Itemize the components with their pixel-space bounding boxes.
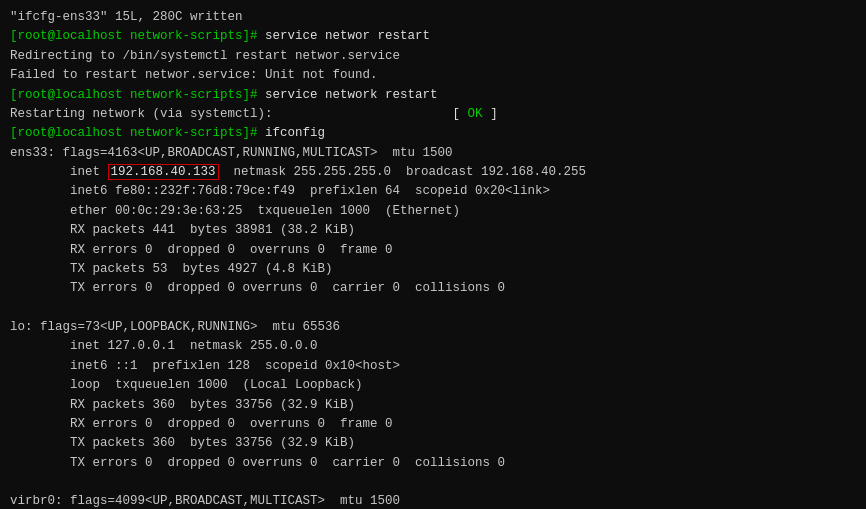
line-13: RX errors 0 dropped 0 overruns 0 frame 0 bbox=[10, 241, 856, 260]
line-inet: inet 192.168.40.133 netmask 255.255.255.… bbox=[10, 163, 856, 182]
line-14: TX packets 53 bytes 4927 (4.8 KiB) bbox=[10, 260, 856, 279]
line-24: TX errors 0 dropped 0 overruns 0 carrier… bbox=[10, 454, 856, 473]
line-3: Redirecting to /bin/systemctl restart ne… bbox=[10, 47, 856, 66]
line-20: loop txqueuelen 1000 (Local Loopback) bbox=[10, 376, 856, 395]
line-19: inet6 ::1 prefixlen 128 scopeid 0x10<hos… bbox=[10, 357, 856, 376]
line-7: [root@localhost network-scripts]# ifconf… bbox=[10, 124, 856, 143]
line-21: RX packets 360 bytes 33756 (32.9 KiB) bbox=[10, 396, 856, 415]
line-blank-1 bbox=[10, 299, 856, 318]
line-8: ens33: flags=4163<UP,BROADCAST,RUNNING,M… bbox=[10, 144, 856, 163]
line-23: TX packets 360 bytes 33756 (32.9 KiB) bbox=[10, 434, 856, 453]
line-17: lo: flags=73<UP,LOOPBACK,RUNNING> mtu 65… bbox=[10, 318, 856, 337]
line-blank-2 bbox=[10, 473, 856, 492]
line-18: inet 127.0.0.1 netmask 255.0.0.0 bbox=[10, 337, 856, 356]
line-1: "ifcfg-ens33" 15L, 280C written bbox=[10, 8, 856, 27]
line-5: [root@localhost network-scripts]# servic… bbox=[10, 86, 856, 105]
line-2: [root@localhost network-scripts]# servic… bbox=[10, 27, 856, 46]
line-11: ether 00:0c:29:3e:63:25 txqueuelen 1000 … bbox=[10, 202, 856, 221]
line-15: TX errors 0 dropped 0 overruns 0 carrier… bbox=[10, 279, 856, 298]
ip-address-highlight: 192.168.40.133 bbox=[108, 164, 219, 180]
terminal-window[interactable]: "ifcfg-ens33" 15L, 280C written [root@lo… bbox=[0, 0, 866, 509]
line-12: RX packets 441 bytes 38981 (38.2 KiB) bbox=[10, 221, 856, 240]
line-6: Restarting network (via systemctl): [ OK… bbox=[10, 105, 856, 124]
line-26: virbr0: flags=4099<UP,BROADCAST,MULTICAS… bbox=[10, 492, 856, 509]
line-4: Failed to restart networ.service: Unit n… bbox=[10, 66, 856, 85]
line-10: inet6 fe80::232f:76d8:79ce:f49 prefixlen… bbox=[10, 182, 856, 201]
line-22: RX errors 0 dropped 0 overruns 0 frame 0 bbox=[10, 415, 856, 434]
